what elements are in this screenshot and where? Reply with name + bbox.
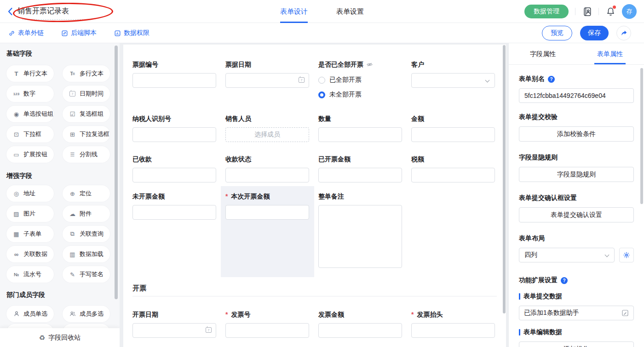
amount-input[interactable]	[411, 127, 495, 142]
invoice-number-input[interactable]	[225, 323, 309, 338]
layout-settings-button[interactable]	[619, 248, 634, 262]
tax-amount-input[interactable]	[411, 168, 495, 182]
field-invoice-title[interactable]: *发票抬头	[411, 310, 495, 338]
field-pill-serial-number[interactable]: 流水号	[6, 266, 54, 283]
field-received-payment[interactable]: 已收款	[132, 154, 216, 182]
field-pill-member-single[interactable]: 成员单选	[6, 306, 54, 322]
share-button[interactable]	[616, 26, 631, 40]
invoiced-amount-input[interactable]	[318, 168, 402, 182]
field-pill-dropdown[interactable]: 下拉框	[6, 126, 54, 142]
number-icon	[12, 92, 20, 96]
panel-scrollbar[interactable]	[640, 68, 643, 204]
data-manage-button[interactable]: 数据管理	[524, 5, 569, 18]
tab-field-properties[interactable]: 字段属性	[527, 43, 558, 64]
radio-option-fully-invoiced[interactable]: 已全部开票	[318, 75, 402, 85]
field-pill-datetime[interactable]: 日期时间	[63, 85, 110, 102]
field-fully-invoiced[interactable]: 是否已全部开票 已全部开票 未全部开票	[318, 60, 402, 99]
field-pill-attachment[interactable]: 附件	[63, 205, 110, 222]
save-button[interactable]: 保存	[580, 26, 609, 40]
field-customer[interactable]: 客户	[411, 60, 495, 88]
layout-select[interactable]: 四列	[519, 248, 615, 262]
order-remark-textarea[interactable]	[318, 205, 402, 268]
section-basic-fields: 基础字段	[6, 50, 32, 58]
quantity-input[interactable]	[318, 127, 402, 142]
field-pill-address[interactable]: 地址	[6, 185, 54, 202]
field-sales-member[interactable]: 销售人员 选择成员	[225, 114, 309, 142]
field-quantity[interactable]: 数量	[318, 114, 402, 142]
current-invoice-amount-input[interactable]	[225, 205, 309, 220]
field-payment-status[interactable]: 收款状态	[225, 154, 309, 182]
tab-form-settings[interactable]: 表单设置	[336, 0, 364, 23]
field-recycle-bin[interactable]: ♻ 字段回收站	[0, 328, 120, 347]
field-pill-number[interactable]: 数字	[6, 85, 54, 102]
bill-date-input[interactable]	[225, 73, 309, 88]
field-pill-linked-query[interactable]: 关联查询	[63, 226, 110, 242]
field-tax-amount[interactable]: 税额	[411, 154, 495, 182]
sidebar-scrollbar[interactable]	[115, 46, 118, 299]
field-invoice-date[interactable]: 开票日期	[132, 310, 216, 338]
tab-form-properties[interactable]: 表单属性	[594, 43, 626, 64]
field-pill-signature[interactable]: 手写签名	[63, 266, 110, 283]
payment-status-input[interactable]	[225, 168, 309, 182]
preview-button[interactable]: 预览	[542, 26, 572, 40]
field-pill-multi-line-text[interactable]: 多行文本	[63, 65, 110, 82]
invoice-title-input[interactable]	[411, 323, 495, 338]
field-invoiced-amount[interactable]: 已开票金额	[318, 154, 402, 182]
field-pill-member-multi[interactable]: 成员多选	[63, 306, 110, 322]
add-operation-button[interactable]: 添加操作	[519, 341, 634, 347]
edit-icon[interactable]	[621, 309, 629, 317]
submit-confirm-button[interactable]: 表单提交确认设置	[519, 207, 634, 222]
field-pill-multi-dropdown[interactable]: 下拉复选框	[63, 126, 110, 142]
field-pill-location[interactable]: 定位	[63, 185, 110, 202]
avatar[interactable]: 存	[622, 4, 637, 19]
radio-checked-icon[interactable]	[318, 91, 325, 98]
invoice-amount-input[interactable]	[318, 323, 402, 338]
field-pill-checkbox-group[interactable]: 复选框组	[63, 106, 110, 122]
field-order-remark[interactable]: 整单备注	[318, 192, 402, 268]
field-pill-subform[interactable]: 子表单	[6, 226, 54, 242]
taxpayer-id-input[interactable]	[132, 127, 216, 142]
external-link-action[interactable]: 表单外链	[8, 29, 44, 37]
customer-select[interactable]	[411, 73, 495, 88]
bill-number-input[interactable]	[132, 73, 216, 88]
help-icon[interactable]	[561, 277, 568, 284]
field-pill-single-line-text[interactable]: 单行文本	[6, 65, 54, 82]
back-icon[interactable]	[7, 7, 15, 16]
canvas-scrollbar[interactable]	[503, 45, 506, 313]
uninvoiced-amount-input[interactable]	[132, 205, 216, 220]
field-invoice-number[interactable]: *发票号	[225, 310, 309, 338]
add-validation-button[interactable]: 添加校验条件	[519, 126, 634, 142]
invoice-date-input[interactable]	[132, 323, 216, 338]
received-payment-input[interactable]	[132, 168, 216, 182]
submit-data-label: 表单提交数据	[523, 292, 562, 301]
field-invoice-amount[interactable]: 发票金额	[318, 310, 402, 338]
field-pill-image[interactable]: 图片	[6, 205, 54, 222]
field-bill-number[interactable]: 票据编号	[132, 60, 216, 88]
field-pill-divider[interactable]: 分割线	[63, 146, 110, 163]
visibility-rules-button[interactable]: 字段显隐规则	[519, 167, 634, 182]
form-alias-input[interactable]	[519, 88, 634, 103]
field-pill-extended-button[interactable]: 扩展按钮	[6, 146, 54, 163]
multi-line-text-icon	[69, 71, 76, 76]
address-book-icon[interactable]	[582, 6, 592, 17]
radio-option-not-fully-invoiced[interactable]: 未全部开票	[318, 90, 402, 99]
field-bill-date[interactable]: 票据日期	[225, 60, 309, 88]
form-title[interactable]: 销售开票记录表	[17, 6, 69, 16]
eye-off-icon	[366, 61, 373, 68]
tab-form-design[interactable]: 表单设计	[280, 0, 308, 23]
member-picker[interactable]: 选择成员	[225, 127, 309, 142]
submit-data-box[interactable]: 已添加1条数据助手	[519, 306, 634, 320]
help-icon[interactable]	[548, 76, 555, 83]
field-taxpayer-id[interactable]: 纳税人识别号	[132, 114, 216, 142]
field-pill-data-load[interactable]: 数据加载	[63, 246, 110, 262]
field-current-invoice-amount[interactable]: *本次开票金额	[225, 192, 309, 220]
field-pill-radio-group[interactable]: 单选按钮组	[6, 106, 54, 122]
field-amount[interactable]: 金额	[411, 114, 495, 142]
form-alias-label: 表单别名	[519, 75, 545, 83]
notification-bell-icon[interactable]	[605, 6, 615, 17]
field-pill-linked-data[interactable]: 关联数据	[6, 246, 54, 262]
backend-script-action[interactable]: 后端脚本	[61, 29, 97, 37]
radio-unchecked-icon[interactable]	[318, 77, 325, 84]
field-uninvoiced-amount[interactable]: 未开票金额	[132, 192, 216, 220]
data-permission-action[interactable]: 数据权限	[114, 29, 150, 37]
